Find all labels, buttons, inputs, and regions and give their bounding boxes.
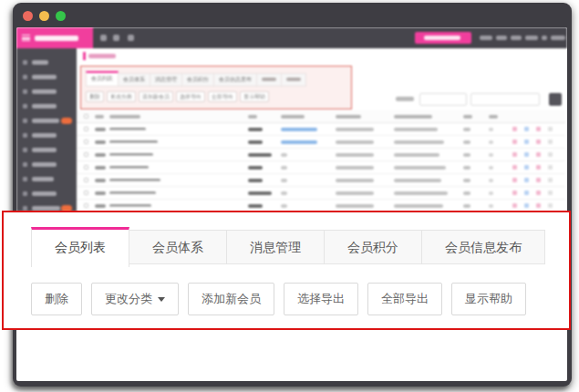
export-all-label: 全部导出 bbox=[381, 291, 429, 307]
mini-tab-bar: 会员列表 会员体系 消息管理 会员积分 会员信息发布 bbox=[86, 71, 306, 87]
magnified-callout: 会员列表 会员体系 消息管理 会员积分 会员信息发布 删除 更改分类 添加新会员… bbox=[2, 211, 571, 330]
page-title-accent bbox=[83, 52, 86, 60]
row-action-icon bbox=[548, 152, 553, 157]
sidebar-item-placeholder bbox=[16, 114, 77, 129]
admin-sidebar bbox=[16, 48, 77, 211]
mini-export-selected-button: 选择导出 bbox=[176, 91, 205, 102]
row-action-icon bbox=[548, 203, 553, 208]
window-titlebar bbox=[13, 3, 572, 27]
search-filter-select bbox=[419, 93, 467, 106]
search-button bbox=[549, 93, 562, 106]
sidebar-item-placeholder bbox=[16, 187, 77, 201]
search-input bbox=[470, 93, 540, 106]
row-action-icon bbox=[512, 139, 517, 144]
mini-tab-member-points: 会员积分 bbox=[182, 73, 214, 87]
row-action-icon bbox=[512, 165, 517, 170]
notification-badge bbox=[61, 118, 72, 124]
admin-screenshot: 会员列表 会员体系 消息管理 会员积分 会员信息发布 删除 更改分类 添加新会员 bbox=[16, 27, 567, 211]
row-action-icon bbox=[548, 178, 553, 182]
change-category-label: 更改分类 bbox=[105, 291, 152, 307]
mini-tab-unreadable bbox=[282, 73, 306, 87]
sidebar-item-placeholder bbox=[16, 70, 77, 85]
row-action-icon bbox=[548, 139, 553, 144]
change-category-dropdown[interactable]: 更改分类 bbox=[91, 283, 179, 315]
row-action-icon bbox=[524, 165, 529, 170]
mini-delete-button: 删除 bbox=[86, 91, 104, 102]
header-link-placeholder bbox=[525, 36, 538, 40]
table-row-placeholder bbox=[77, 149, 565, 161]
table-row-placeholder bbox=[77, 187, 565, 200]
row-action-icon bbox=[512, 127, 517, 131]
row-action-icon bbox=[548, 127, 553, 131]
tab-member-list[interactable]: 会员列表 bbox=[31, 227, 129, 267]
row-action-icon bbox=[548, 165, 553, 170]
row-action-icon bbox=[536, 203, 541, 208]
minimize-window-button[interactable] bbox=[39, 11, 49, 21]
mini-tab-member-info: 会员信息发布 bbox=[214, 73, 257, 87]
header-icon bbox=[113, 35, 119, 41]
page-title-placeholder bbox=[88, 54, 116, 58]
export-all-button[interactable]: 全部导出 bbox=[367, 283, 442, 315]
sidebar-item-placeholder bbox=[16, 85, 77, 99]
header-icon bbox=[128, 35, 134, 41]
header-link-placeholder bbox=[551, 36, 565, 40]
row-action-icon bbox=[524, 127, 529, 131]
row-action-icon bbox=[524, 178, 529, 182]
sidebar-item-placeholder bbox=[16, 99, 77, 114]
close-window-button[interactable] bbox=[23, 11, 33, 21]
row-action-icon bbox=[512, 203, 517, 208]
add-member-label: 添加新会员 bbox=[202, 291, 261, 307]
tab-member-info-publish[interactable]: 会员信息发布 bbox=[422, 230, 545, 264]
row-action-icon bbox=[524, 203, 529, 208]
export-selected-button[interactable]: 选择导出 bbox=[284, 283, 358, 315]
export-selected-label: 选择导出 bbox=[297, 291, 345, 307]
zoom-window-button[interactable] bbox=[56, 11, 66, 21]
row-action-icon bbox=[524, 191, 529, 195]
chevron-down-icon bbox=[158, 297, 165, 302]
row-action-icon bbox=[536, 152, 541, 157]
mini-add-member-button: 添加新会员 bbox=[139, 91, 173, 102]
sidebar-item-placeholder bbox=[16, 129, 77, 143]
show-help-button[interactable]: 显示帮助 bbox=[451, 283, 526, 315]
row-action-icon bbox=[536, 127, 541, 131]
search-label-placeholder bbox=[396, 97, 414, 101]
add-member-button[interactable]: 添加新会员 bbox=[188, 283, 274, 315]
header-link-placeholder bbox=[496, 36, 507, 40]
mini-action-bar: 删除 更改分类 添加新会员 选择导出 全部导出 显示帮助 bbox=[86, 91, 269, 102]
row-action-icon bbox=[512, 152, 517, 157]
delete-button[interactable]: 删除 bbox=[31, 283, 82, 315]
tab-member-points[interactable]: 会员积分 bbox=[325, 230, 422, 264]
admin-topbar bbox=[16, 27, 567, 48]
row-action-icon bbox=[512, 191, 517, 195]
table-row-placeholder bbox=[77, 161, 565, 174]
mini-tab-message-mgmt: 消息管理 bbox=[150, 73, 182, 87]
row-action-icon bbox=[536, 165, 541, 170]
screenshot-stage: 会员列表 会员体系 消息管理 会员积分 会员信息发布 删除 更改分类 添加新会员 bbox=[0, 0, 579, 392]
sidebar-item-placeholder bbox=[16, 158, 77, 172]
mini-change-category-button: 更改分类 bbox=[107, 91, 136, 102]
mini-tab-member-system: 会员体系 bbox=[119, 73, 150, 87]
mini-show-help-button: 显示帮助 bbox=[240, 91, 269, 102]
mini-tab-member-list: 会员列表 bbox=[86, 71, 119, 87]
delete-button-label: 删除 bbox=[45, 291, 68, 307]
header-link-placeholder bbox=[480, 36, 492, 40]
table-row-placeholder bbox=[77, 123, 565, 136]
account-text-placeholder bbox=[424, 36, 460, 40]
row-action-icon bbox=[536, 191, 541, 195]
sidebar-item-placeholder bbox=[16, 143, 77, 158]
highlight-box: 会员列表 会员体系 消息管理 会员积分 会员信息发布 删除 更改分类 添加新会员 bbox=[80, 66, 352, 109]
logo-text-placeholder bbox=[35, 36, 78, 41]
mini-export-all-button: 全部导出 bbox=[208, 91, 237, 102]
table-row-placeholder bbox=[77, 174, 565, 187]
tab-bar: 会员列表 会员体系 消息管理 会员积分 会员信息发布 bbox=[31, 227, 569, 267]
tab-member-system[interactable]: 会员体系 bbox=[129, 230, 227, 264]
admin-main: 会员列表 会员体系 消息管理 会员积分 会员信息发布 删除 更改分类 添加新会员 bbox=[77, 48, 567, 211]
row-action-icon bbox=[512, 178, 517, 182]
show-help-label: 显示帮助 bbox=[465, 291, 512, 307]
admin-logo bbox=[16, 27, 93, 48]
sidebar-item-placeholder bbox=[16, 172, 77, 187]
hamburger-icon bbox=[22, 35, 30, 41]
table-header bbox=[77, 110, 565, 123]
row-action-icon bbox=[548, 191, 553, 195]
tab-message-mgmt[interactable]: 消息管理 bbox=[227, 230, 325, 264]
